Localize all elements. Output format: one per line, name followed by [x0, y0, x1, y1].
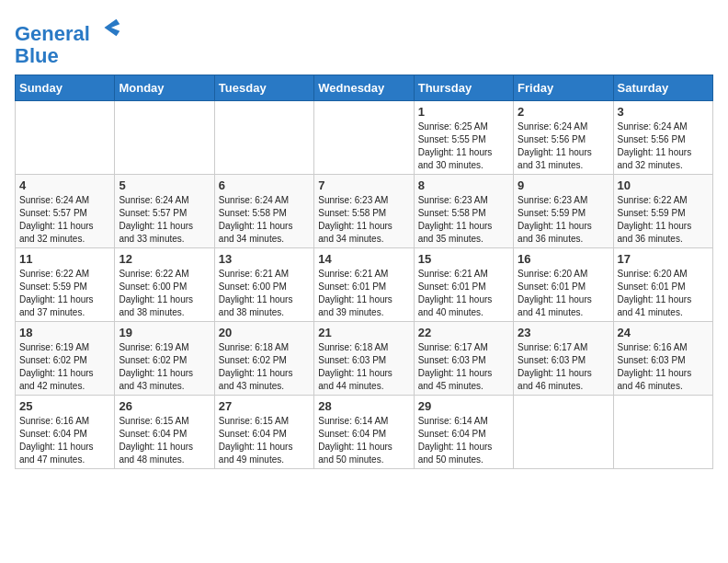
calendar-cell: 19Sunrise: 6:19 AMSunset: 6:02 PMDayligh… — [115, 322, 214, 396]
col-header-friday: Friday — [514, 75, 613, 101]
day-number: 15 — [418, 252, 509, 266]
calendar-cell: 27Sunrise: 6:15 AMSunset: 6:04 PMDayligh… — [214, 396, 313, 469]
day-number: 3 — [618, 105, 709, 119]
calendar-cell — [16, 101, 115, 175]
day-number: 9 — [518, 178, 609, 192]
logo: General Blue — [15, 18, 123, 67]
cell-sun-info: Sunrise: 6:22 AMSunset: 5:59 PMDaylight:… — [618, 194, 709, 246]
cell-sun-info: Sunrise: 6:18 AMSunset: 6:03 PMDaylight:… — [318, 341, 409, 393]
calendar-week-row: 18Sunrise: 6:19 AMSunset: 6:02 PMDayligh… — [16, 322, 713, 396]
cell-sun-info: Sunrise: 6:14 AMSunset: 6:04 PMDaylight:… — [318, 415, 409, 466]
cell-sun-info: Sunrise: 6:24 AMSunset: 5:58 PMDaylight:… — [219, 194, 310, 246]
day-number: 29 — [418, 399, 509, 413]
calendar-table: SundayMondayTuesdayWednesdayThursdayFrid… — [15, 75, 713, 469]
logo-general: General — [15, 22, 90, 45]
cell-sun-info: Sunrise: 6:24 AMSunset: 5:57 PMDaylight:… — [119, 194, 210, 246]
calendar-cell — [115, 101, 214, 175]
calendar-cell: 23Sunrise: 6:17 AMSunset: 6:03 PMDayligh… — [514, 322, 613, 396]
calendar-cell — [613, 396, 712, 469]
col-header-monday: Monday — [115, 75, 214, 101]
cell-sun-info: Sunrise: 6:19 AMSunset: 6:02 PMDaylight:… — [19, 341, 110, 393]
day-number: 4 — [19, 178, 110, 192]
cell-sun-info: Sunrise: 6:21 AMSunset: 6:00 PMDaylight:… — [219, 268, 310, 319]
cell-sun-info: Sunrise: 6:18 AMSunset: 6:02 PMDaylight:… — [219, 341, 310, 393]
calendar-cell: 1Sunrise: 6:25 AMSunset: 5:55 PMDaylight… — [414, 101, 513, 175]
day-number: 26 — [119, 399, 210, 413]
cell-sun-info: Sunrise: 6:21 AMSunset: 6:01 PMDaylight:… — [318, 268, 409, 319]
calendar-cell: 29Sunrise: 6:14 AMSunset: 6:04 PMDayligh… — [414, 396, 513, 469]
cell-sun-info: Sunrise: 6:20 AMSunset: 6:01 PMDaylight:… — [518, 268, 609, 319]
calendar-week-row: 11Sunrise: 6:22 AMSunset: 5:59 PMDayligh… — [16, 248, 713, 322]
day-number: 5 — [119, 178, 210, 192]
cell-sun-info: Sunrise: 6:17 AMSunset: 6:03 PMDaylight:… — [418, 341, 509, 393]
day-number: 27 — [219, 399, 310, 413]
col-header-sunday: Sunday — [16, 75, 115, 101]
cell-sun-info: Sunrise: 6:15 AMSunset: 6:04 PMDaylight:… — [219, 415, 310, 466]
calendar-cell: 7Sunrise: 6:23 AMSunset: 5:58 PMDaylight… — [314, 175, 414, 248]
calendar-cell: 26Sunrise: 6:15 AMSunset: 6:04 PMDayligh… — [115, 396, 214, 469]
cell-sun-info: Sunrise: 6:15 AMSunset: 6:04 PMDaylight:… — [119, 415, 210, 466]
calendar-cell: 16Sunrise: 6:20 AMSunset: 6:01 PMDayligh… — [514, 248, 613, 322]
cell-sun-info: Sunrise: 6:25 AMSunset: 5:55 PMDaylight:… — [418, 121, 509, 172]
day-number: 11 — [19, 252, 110, 266]
day-number: 6 — [219, 178, 310, 192]
cell-sun-info: Sunrise: 6:14 AMSunset: 6:04 PMDaylight:… — [418, 415, 509, 466]
calendar-cell: 21Sunrise: 6:18 AMSunset: 6:03 PMDayligh… — [314, 322, 414, 396]
calendar-cell: 15Sunrise: 6:21 AMSunset: 6:01 PMDayligh… — [414, 248, 513, 322]
day-number: 22 — [418, 326, 509, 339]
calendar-cell — [514, 396, 613, 469]
day-number: 19 — [119, 326, 210, 339]
calendar-cell: 18Sunrise: 6:19 AMSunset: 6:02 PMDayligh… — [16, 322, 115, 396]
cell-sun-info: Sunrise: 6:24 AMSunset: 5:57 PMDaylight:… — [19, 194, 110, 246]
day-number: 14 — [318, 252, 409, 266]
calendar-cell: 4Sunrise: 6:24 AMSunset: 5:57 PMDaylight… — [16, 175, 115, 248]
calendar-cell: 14Sunrise: 6:21 AMSunset: 6:01 PMDayligh… — [314, 248, 414, 322]
calendar-cell: 3Sunrise: 6:24 AMSunset: 5:56 PMDaylight… — [613, 101, 712, 175]
calendar-cell: 25Sunrise: 6:16 AMSunset: 6:04 PMDayligh… — [16, 396, 115, 469]
calendar-cell — [314, 101, 414, 175]
day-number: 24 — [618, 326, 709, 339]
calendar-cell: 24Sunrise: 6:16 AMSunset: 6:03 PMDayligh… — [613, 322, 712, 396]
page-header: General Blue — [15, 15, 713, 67]
day-number: 2 — [518, 105, 609, 119]
cell-sun-info: Sunrise: 6:24 AMSunset: 5:56 PMDaylight:… — [518, 121, 609, 172]
day-number: 1 — [418, 105, 509, 119]
calendar-week-row: 1Sunrise: 6:25 AMSunset: 5:55 PMDaylight… — [16, 101, 713, 175]
cell-sun-info: Sunrise: 6:22 AMSunset: 6:00 PMDaylight:… — [119, 268, 210, 319]
calendar-cell: 11Sunrise: 6:22 AMSunset: 5:59 PMDayligh… — [16, 248, 115, 322]
day-number: 12 — [119, 252, 210, 266]
calendar-week-row: 4Sunrise: 6:24 AMSunset: 5:57 PMDaylight… — [16, 175, 713, 248]
cell-sun-info: Sunrise: 6:20 AMSunset: 6:01 PMDaylight:… — [618, 268, 709, 319]
calendar-cell: 20Sunrise: 6:18 AMSunset: 6:02 PMDayligh… — [214, 322, 313, 396]
day-number: 25 — [19, 399, 110, 413]
logo-bird-icon — [97, 15, 123, 40]
calendar-cell: 10Sunrise: 6:22 AMSunset: 5:59 PMDayligh… — [613, 175, 712, 248]
calendar-cell: 6Sunrise: 6:24 AMSunset: 5:58 PMDaylight… — [214, 175, 313, 248]
col-header-tuesday: Tuesday — [214, 75, 313, 101]
day-number: 17 — [618, 252, 709, 266]
calendar-week-row: 25Sunrise: 6:16 AMSunset: 6:04 PMDayligh… — [16, 396, 713, 469]
calendar-cell — [214, 101, 313, 175]
cell-sun-info: Sunrise: 6:22 AMSunset: 5:59 PMDaylight:… — [19, 268, 110, 319]
day-number: 10 — [618, 178, 709, 192]
calendar-header-row: SundayMondayTuesdayWednesdayThursdayFrid… — [16, 75, 713, 101]
col-header-saturday: Saturday — [613, 75, 712, 101]
calendar-cell: 9Sunrise: 6:23 AMSunset: 5:59 PMDaylight… — [514, 175, 613, 248]
day-number: 8 — [418, 178, 509, 192]
calendar-cell: 13Sunrise: 6:21 AMSunset: 6:00 PMDayligh… — [214, 248, 313, 322]
calendar-cell: 17Sunrise: 6:20 AMSunset: 6:01 PMDayligh… — [613, 248, 712, 322]
cell-sun-info: Sunrise: 6:24 AMSunset: 5:56 PMDaylight:… — [618, 121, 709, 172]
cell-sun-info: Sunrise: 6:23 AMSunset: 5:58 PMDaylight:… — [418, 194, 509, 246]
cell-sun-info: Sunrise: 6:16 AMSunset: 6:03 PMDaylight:… — [618, 341, 709, 393]
day-number: 13 — [219, 252, 310, 266]
col-header-thursday: Thursday — [414, 75, 513, 101]
day-number: 20 — [219, 326, 310, 339]
day-number: 21 — [318, 326, 409, 339]
day-number: 23 — [518, 326, 609, 339]
calendar-cell: 28Sunrise: 6:14 AMSunset: 6:04 PMDayligh… — [314, 396, 414, 469]
day-number: 18 — [19, 326, 110, 339]
logo-blue: Blue — [15, 44, 59, 67]
calendar-cell: 22Sunrise: 6:17 AMSunset: 6:03 PMDayligh… — [414, 322, 513, 396]
cell-sun-info: Sunrise: 6:23 AMSunset: 5:59 PMDaylight:… — [518, 194, 609, 246]
cell-sun-info: Sunrise: 6:23 AMSunset: 5:58 PMDaylight:… — [318, 194, 409, 246]
